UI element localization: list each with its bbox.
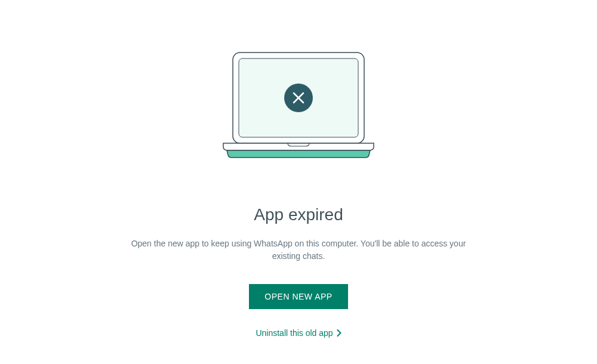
page-subtitle: Open the new app to keep using WhatsApp … [119,237,478,263]
uninstall-old-app-link[interactable]: Uninstall this old app [256,328,341,338]
laptop-expired-illustration [215,48,382,169]
open-new-app-button[interactable]: OPEN NEW APP [249,284,347,309]
secondary-link-label: Uninstall this old app [256,328,333,338]
laptop-icon [215,48,382,167]
page-title: App expired [254,205,343,224]
chevron-right-icon [337,329,341,337]
